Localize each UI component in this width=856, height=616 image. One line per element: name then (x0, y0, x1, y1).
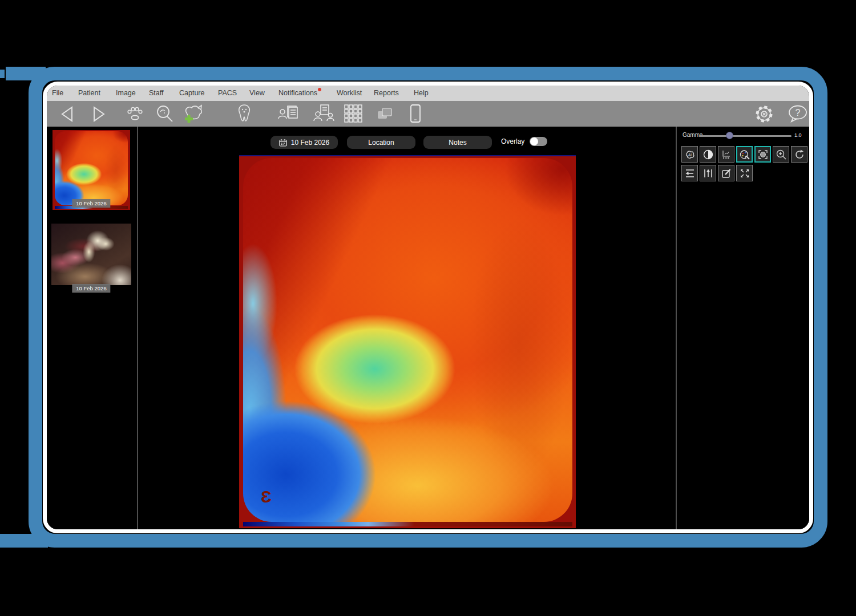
tools-row-2 (681, 165, 753, 181)
color-palette-button[interactable] (736, 146, 753, 163)
location-button-label: Location (368, 139, 394, 147)
rotate-button[interactable] (791, 146, 807, 163)
patient-records-icon[interactable] (277, 104, 300, 124)
tools-panel: Gamma 1.0 AI (677, 127, 809, 529)
monitor-frame-tab (0, 70, 5, 78)
staff-records-icon[interactable] (313, 104, 337, 124)
settings-gear-icon[interactable] (753, 103, 775, 125)
toolbar: ? (47, 101, 809, 127)
add-patient-icon[interactable] (181, 104, 204, 124)
contrast-button[interactable] (700, 146, 716, 163)
image-viewer: 10 Feb 2026 Location Notes Overlay Ɛ (138, 127, 676, 529)
thumbnail-photo[interactable]: 10 Feb 2026 (51, 224, 131, 285)
menu-help[interactable]: Help (414, 86, 429, 101)
menu-file[interactable]: File (52, 86, 63, 101)
tools-row-1: AI (681, 146, 807, 163)
thumbnail-thermal[interactable]: 10 Feb 2026 (53, 130, 130, 210)
menu-notifications-label: Notifications (278, 89, 317, 97)
thumbnail-date-label: 10 Feb 2026 (72, 199, 110, 208)
auto-focus-crop-button[interactable] (754, 146, 771, 163)
menu-notifications[interactable]: Notifications (278, 86, 317, 101)
content-area: 10 Feb 2026 10 Feb 2026 (47, 127, 809, 529)
paw-icon[interactable] (126, 106, 144, 123)
notes-button-label: Notes (449, 139, 466, 147)
menu-worklist[interactable]: Worklist (337, 86, 362, 101)
dental-chart-icon[interactable] (235, 104, 253, 124)
app-window: File Patient Image Staff Capture PACS Vi… (43, 82, 813, 533)
search-patient-icon[interactable] (155, 104, 175, 124)
menu-bar: File Patient Image Staff Capture PACS Vi… (47, 86, 809, 101)
calendar-icon (279, 139, 287, 147)
location-button[interactable]: Location (347, 136, 415, 149)
ai-enhance-button[interactable]: AI (681, 146, 698, 163)
menu-staff[interactable]: Staff (149, 86, 163, 101)
back-icon[interactable] (59, 106, 75, 123)
menu-reports[interactable]: Reports (374, 86, 399, 101)
date-button-label: 10 Feb 2026 (291, 139, 329, 147)
compare-images-icon[interactable] (375, 106, 396, 123)
menu-capture[interactable]: Capture (179, 86, 204, 101)
colormap-strip (243, 522, 572, 526)
menu-patient[interactable]: Patient (78, 86, 100, 101)
overlay-label: Overlay (501, 137, 524, 145)
menu-image[interactable]: Image (116, 86, 136, 101)
zoom-in-button[interactable] (773, 146, 789, 163)
thumbnail-date-label: 10 Feb 2026 (72, 284, 110, 293)
thermal-image (243, 158, 572, 522)
gamma-slider-track[interactable] (699, 135, 792, 137)
notes-button[interactable]: Notes (423, 136, 492, 149)
mobile-device-icon[interactable] (409, 104, 422, 124)
annotate-button[interactable] (718, 165, 734, 181)
date-button[interactable]: 10 Feb 2026 (270, 136, 338, 149)
svg-text:AI: AI (688, 152, 691, 156)
flip-vertical-button[interactable] (700, 165, 716, 181)
grid-view-icon[interactable] (344, 104, 364, 124)
shift-left-button[interactable] (681, 165, 698, 181)
monitor-frame-top-extension (6, 67, 46, 80)
forward-icon[interactable] (91, 106, 107, 123)
levels-histogram-button[interactable] (718, 146, 734, 163)
desktop-background: File Patient Image Staff Capture PACS Vi… (0, 0, 856, 616)
svg-text:?: ? (796, 108, 801, 117)
gamma-slider-knob[interactable] (726, 132, 733, 139)
tooth-number-annotation: Ɛ (261, 487, 272, 506)
thumbnail-photo-image (51, 224, 131, 285)
thumbnail-panel: 10 Feb 2026 10 Feb 2026 (47, 127, 137, 529)
gamma-value: 1.0 (794, 132, 802, 138)
menu-pacs[interactable]: PACS (218, 86, 237, 101)
fullscreen-button[interactable] (736, 165, 753, 181)
overlay-toggle-knob (530, 137, 538, 145)
notification-badge (318, 88, 321, 91)
main-image-canvas[interactable]: Ɛ (239, 155, 576, 528)
thumbnail-thermal-image (53, 130, 130, 210)
monitor-frame-bottom-extension (0, 534, 48, 548)
overlay-control: Overlay (501, 137, 547, 146)
menu-view[interactable]: View (249, 86, 265, 101)
help-icon[interactable]: ? (786, 104, 809, 124)
overlay-toggle[interactable] (530, 137, 547, 146)
